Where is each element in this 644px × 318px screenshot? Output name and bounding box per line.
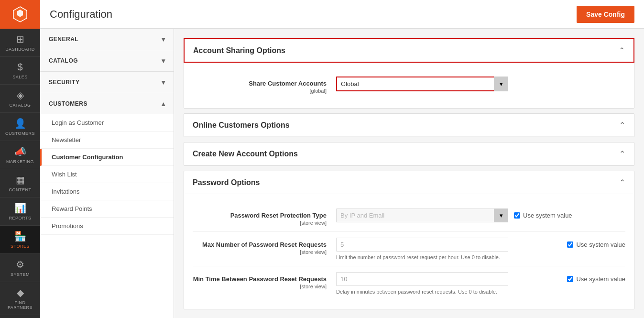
input-min-time-password-reset[interactable]: [336, 272, 508, 286]
config-section-account-sharing: Account Sharing Options ⌃ Share Customer…: [184, 38, 634, 109]
page-title: Configuration: [50, 8, 112, 21]
sidebar-section-header-customers[interactable]: CUSTOMERS ▴: [40, 93, 174, 114]
use-system-value-label-max-password-reset: Use system value: [576, 241, 625, 248]
form-row-password-reset-protection: Password Reset Protection Type [store vi…: [193, 203, 625, 232]
sales-icon: $: [17, 62, 22, 73]
reports-icon: 📊: [14, 202, 26, 214]
form-label-col-max-password-reset: Max Number of Password Reset Requests [s…: [193, 238, 336, 255]
right-content: Account Sharing Options ⌃ Share Customer…: [174, 29, 644, 318]
form-label-col-password-reset-protection: Password Reset Protection Type [store vi…: [193, 208, 336, 226]
sidebar-chevron-security: ▾: [162, 78, 165, 86]
form-row-share-customer-accounts: Share Customer Accounts [global] GlobalP…: [193, 71, 625, 99]
customers-icon: 👤: [14, 118, 26, 129]
input-inner-max-password-reset: Limit the number of password reset reque…: [336, 238, 561, 260]
sidebar-chevron-catalog: ▾: [162, 57, 165, 65]
form-control-col-share-customer-accounts: GlobalPer WebsitePer Store▾: [336, 77, 625, 91]
use-system-value-password-reset-protection[interactable]: Use system value: [514, 208, 572, 219]
form-hint-min-time-password-reset: Delay in minutes between password reset …: [336, 289, 508, 295]
form-label-share-customer-accounts: Share Customer Accounts: [249, 80, 327, 87]
nav-item-marketing[interactable]: 📣 MARKETING: [0, 141, 40, 169]
config-section-toggle-account-sharing: ⌃: [619, 46, 625, 55]
sidebar-section-header-security[interactable]: SECURITY ▾: [40, 72, 174, 93]
sidebar-item-customer-configuration[interactable]: Customer Configuration: [40, 149, 174, 166]
content-body: GENERAL ▾ CATALOG ▾ SECURITY ▾ CUSTOMERS…: [40, 29, 644, 318]
form-control-col-min-time-password-reset: Delay in minutes between password reset …: [336, 272, 625, 295]
logo[interactable]: [0, 0, 40, 29]
select-wrapper-share-customer-accounts: GlobalPer WebsitePer Store▾: [336, 77, 508, 91]
config-section-header-online-customers[interactable]: Online Customers Options ⌃: [184, 114, 634, 137]
sidebar-item-invitations[interactable]: Invitations: [40, 183, 174, 200]
nav-label-catalog: CATALOG: [9, 103, 31, 108]
use-system-value-max-password-reset[interactable]: Use system value: [567, 238, 625, 248]
config-section-title-account-sharing: Account Sharing Options: [193, 46, 285, 55]
config-section-create-new-account: Create New Account Options ⌃: [184, 142, 634, 166]
form-label-min-time-password-reset: Min Time Between Password Reset Requests: [193, 275, 327, 283]
config-section-header-account-sharing[interactable]: Account Sharing Options ⌃: [184, 38, 634, 63]
top-header: Configuration Save Config: [40, 0, 644, 29]
form-label-col-share-customer-accounts: Share Customer Accounts [global]: [193, 77, 336, 94]
form-label-col-min-time-password-reset: Min Time Between Password Reset Requests…: [193, 272, 336, 289]
nav-label-reports: REPORTS: [9, 216, 32, 220]
sidebar-chevron-general: ▾: [162, 35, 165, 43]
sidebar-section-label-general: GENERAL: [49, 36, 78, 43]
system-icon: ⚙: [16, 259, 24, 270]
config-section-toggle-online-customers: ⌃: [619, 121, 625, 130]
icon-navigation: ⊞ DASHBOARD $ SALES ◈ CATALOG 👤 CUSTOMER…: [0, 0, 40, 318]
form-label-sub-share-customer-accounts: [global]: [193, 88, 327, 94]
nav-item-catalog[interactable]: ◈ CATALOG: [0, 85, 40, 113]
sidebar-item-wish-list[interactable]: Wish List: [40, 166, 174, 183]
use-system-value-checkbox-password-reset-protection[interactable]: [514, 212, 520, 219]
nav-item-reports[interactable]: 📊 REPORTS: [0, 197, 40, 226]
save-config-button[interactable]: Save Config: [577, 6, 634, 23]
sidebar-item-reward-points[interactable]: Reward Points: [40, 200, 174, 218]
select-password-reset-protection[interactable]: By IP and EmailBy IPBy EmailNone: [336, 208, 508, 222]
nav-label-customers: CUSTOMERS: [5, 131, 35, 136]
nav-label-find-partners: FIND PARTNERS: [2, 300, 38, 310]
nav-item-customers[interactable]: 👤 CUSTOMERS: [0, 113, 40, 141]
use-system-value-min-time-password-reset[interactable]: Use system value: [567, 272, 625, 283]
nav-item-dashboard[interactable]: ⊞ DASHBOARD: [0, 29, 40, 57]
sidebar-section-label-customers: CUSTOMERS: [49, 100, 87, 107]
nav-item-find-partners[interactable]: ◆ FIND PARTNERS: [0, 282, 40, 315]
nav-item-content[interactable]: ▦ CONTENT: [0, 169, 40, 197]
config-section-header-create-new-account[interactable]: Create New Account Options ⌃: [184, 143, 634, 165]
dashboard-icon: ⊞: [16, 33, 24, 45]
select-share-customer-accounts[interactable]: GlobalPer WebsitePer Store: [336, 77, 508, 91]
form-label-sub-password-reset-protection: [store view]: [193, 220, 327, 226]
form-label-password-reset-protection: Password Reset Protection Type: [230, 212, 327, 219]
sidebar-chevron-customers: ▴: [162, 100, 165, 108]
config-section-title-password-options: Password Options: [193, 178, 260, 187]
use-system-value-checkbox-min-time-password-reset[interactable]: [567, 276, 573, 282]
sidebar-section-header-general[interactable]: GENERAL ▾: [40, 29, 174, 50]
form-row-max-password-reset: Max Number of Password Reset Requests [s…: [193, 232, 625, 266]
left-sidebar: GENERAL ▾ CATALOG ▾ SECURITY ▾ CUSTOMERS…: [40, 29, 174, 318]
input-inner-min-time-password-reset: Delay in minutes between password reset …: [336, 272, 561, 295]
sidebar-item-newsletter[interactable]: Newsletter: [40, 132, 174, 149]
config-section-title-create-new-account: Create New Account Options: [193, 150, 298, 158]
form-hint-max-password-reset: Limit the number of password reset reque…: [336, 254, 508, 260]
input-max-password-reset[interactable]: [336, 238, 508, 252]
nav-item-sales[interactable]: $ SALES: [0, 57, 40, 85]
config-section-header-password-options[interactable]: Password Options ⌃: [184, 171, 634, 194]
form-label-sub-max-password-reset: [store view]: [193, 249, 327, 255]
sidebar-section-customers: CUSTOMERS ▴ Login as CustomerNewsletterC…: [40, 93, 174, 235]
marketing-icon: 📣: [14, 146, 26, 157]
use-system-value-label-password-reset-protection: Use system value: [523, 212, 572, 219]
sidebar-section-security: SECURITY ▾: [40, 72, 174, 93]
sidebar-section-catalog: CATALOG ▾: [40, 50, 174, 72]
use-system-value-checkbox-max-password-reset[interactable]: [567, 241, 573, 248]
config-section-toggle-create-new-account: ⌃: [619, 149, 625, 158]
content-icon: ▦: [16, 174, 25, 186]
form-control-col-password-reset-protection: By IP and EmailBy IPBy EmailNone▾Use sys…: [336, 208, 625, 222]
sidebar-item-login-as-customer[interactable]: Login as Customer: [40, 114, 174, 132]
config-section-title-online-customers: Online Customers Options: [193, 121, 290, 130]
config-section-online-customers: Online Customers Options ⌃: [184, 113, 634, 137]
nav-label-marketing: MARKETING: [6, 159, 34, 164]
sidebar-section-label-catalog: CATALOG: [49, 57, 78, 64]
sidebar-item-promotions[interactable]: Promotions: [40, 218, 174, 235]
config-section-password-options: Password Options ⌃ Password Reset Protec…: [184, 171, 634, 309]
nav-item-system[interactable]: ⚙ SYSTEM: [0, 254, 40, 282]
nav-item-stores[interactable]: 🏪 STORES: [0, 226, 40, 254]
nav-label-sales: SALES: [12, 75, 28, 79]
sidebar-section-header-catalog[interactable]: CATALOG ▾: [40, 50, 174, 71]
